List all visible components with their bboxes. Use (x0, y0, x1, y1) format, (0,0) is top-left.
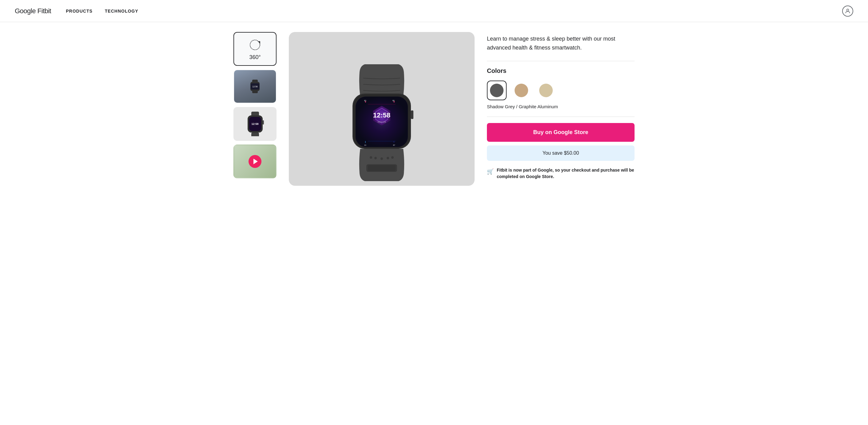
google-notice-bold: Fitbit is now part of Google, so your ch… (497, 168, 634, 179)
nav: PRODUCTS TECHNOLOGY (66, 7, 138, 15)
color-swatch-lunar-white-inner (539, 84, 553, 97)
product-tagline: Learn to manage stress & sleep better wi… (487, 34, 634, 52)
svg-text:12:58: 12:58 (251, 122, 258, 126)
play-triangle-icon (253, 159, 258, 164)
svg-text:Wed 28: Wed 28 (377, 121, 386, 123)
svg-rect-38 (368, 165, 396, 171)
color-options (487, 80, 634, 100)
header-right (842, 5, 853, 17)
nav-technology[interactable]: TECHNOLOGY (105, 7, 138, 15)
logo[interactable]: Google Fitbit (15, 7, 51, 15)
cart-icon: 🛒 (487, 168, 494, 176)
main-content: 360° 12:58 12:58 (219, 22, 649, 196)
selected-color-label: Shadow Grey / Graphite Aluminum (487, 104, 634, 109)
svg-point-34 (386, 157, 389, 159)
svg-rect-3 (252, 80, 258, 83)
svg-text:⟫: ⟫ (365, 141, 366, 143)
svg-rect-11 (251, 133, 259, 136)
watch-front-image: 12:58 (245, 111, 265, 136)
savings-badge: You save $50.00 (487, 145, 634, 161)
thumbnail-watch-front[interactable]: 12:58 (234, 107, 277, 141)
logo-text: Google Fitbit (15, 7, 51, 15)
color-swatch-shadow-grey-inner (490, 84, 503, 97)
label-360: 360° (249, 54, 260, 61)
svg-text:87: 87 (393, 144, 395, 146)
header: Google Fitbit PRODUCTS TECHNOLOGY (0, 0, 868, 22)
svg-text:12:58: 12:58 (252, 86, 258, 88)
svg-text:12:58: 12:58 (373, 111, 390, 119)
svg-text:83: 83 (364, 100, 366, 101)
product-details: Learn to manage stress & sleep better wi… (487, 32, 634, 186)
svg-rect-4 (252, 90, 258, 93)
product-image-container: 12:58 Wed 28 ♥ ♥ 83 89 ⟫ ☾ 13 87 (289, 32, 474, 186)
svg-point-32 (374, 157, 377, 159)
svg-text:89: 89 (393, 100, 395, 101)
nav-products[interactable]: PRODUCTS (66, 7, 93, 15)
buy-on-google-store-button[interactable]: Buy on Google Store (487, 123, 634, 142)
colors-section-title: Colors (487, 67, 634, 74)
color-swatch-soft-gold-inner (515, 84, 528, 97)
divider-2 (487, 117, 634, 117)
google-notice-text: Fitbit is now part of Google, so your ch… (497, 167, 634, 180)
wrist-image: 12:58 (234, 70, 276, 103)
svg-point-35 (370, 156, 372, 159)
thumbnail-360[interactable]: 360° (234, 32, 277, 66)
thumbnail-list: 360° 12:58 12:58 (234, 32, 277, 186)
account-icon[interactable] (842, 5, 853, 17)
thumbnail-video[interactable] (234, 144, 277, 178)
play-button[interactable] (249, 155, 261, 168)
rotate-icon (248, 37, 262, 52)
svg-point-36 (391, 156, 394, 159)
svg-text:☾: ☾ (394, 141, 395, 143)
google-notice: 🛒 Fitbit is now part of Google, so your … (487, 167, 634, 180)
color-swatch-shadow-grey[interactable] (487, 80, 506, 100)
svg-rect-31 (411, 110, 413, 119)
watch-svg: 12:58 Wed 28 ♥ ♥ 83 89 ⟫ ☾ 13 87 (320, 35, 443, 183)
color-swatch-soft-gold[interactable] (512, 80, 531, 100)
svg-point-33 (380, 158, 383, 160)
svg-point-0 (847, 9, 849, 11)
thumbnail-wrist[interactable]: 12:58 (234, 69, 277, 103)
color-swatch-lunar-white[interactable] (536, 80, 556, 100)
divider-1 (487, 61, 634, 61)
watch-main-image: 12:58 Wed 28 ♥ ♥ 83 89 ⟫ ☾ 13 87 (317, 32, 446, 186)
svg-rect-12 (263, 120, 264, 125)
wrist-silhouette: 12:58 (247, 77, 263, 96)
svg-text:13: 13 (364, 144, 366, 146)
